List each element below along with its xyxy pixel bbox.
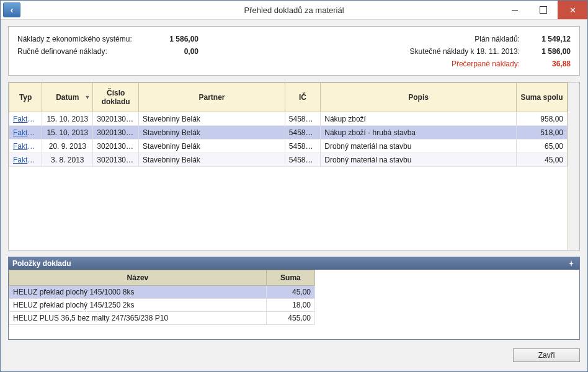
window-controls <box>501 1 587 19</box>
cell-popis: Nákup zboží - hrubá stavba <box>321 126 517 140</box>
column-header-partner[interactable]: Partner <box>139 83 285 112</box>
close-button[interactable] <box>558 1 587 19</box>
cell-typ[interactable]: Faktúra <box>9 140 42 153</box>
table-row[interactable]: Faktúra3. 8. 20133020130003Stavebniny Be… <box>9 153 568 167</box>
cell-typ[interactable]: Faktúra <box>9 153 42 167</box>
summary-left-label: Náklady z ekonomického systému: <box>17 33 141 45</box>
items-row[interactable]: HELUZ PLUS 36,5 bez malty 247/365/238 P1… <box>9 312 315 325</box>
sort-desc-icon: ▼ <box>84 94 90 100</box>
column-header-cislo[interactable]: Číslo dokladu <box>93 83 139 112</box>
summary-left-value: 0,00 <box>149 45 198 58</box>
column-header-ic[interactable]: IČ <box>285 83 320 112</box>
summary-panel: Náklady z ekonomického systému:1 586,00P… <box>8 26 580 76</box>
cell-datum: 3. 8. 2013 <box>42 153 93 167</box>
items-cell-nazev: HELUZ překlad plochý 145/1000 8ks <box>9 286 267 299</box>
summary-right-value: 1 586,00 <box>527 45 571 58</box>
cell-typ[interactable]: Faktúra <box>9 112 42 126</box>
cell-ic: 5458656 <box>285 153 320 167</box>
close-dialog-button[interactable]: Zavři <box>513 348 580 362</box>
window-title: Přehled dokladů za materiál <box>1 6 587 15</box>
summary-right-value: 1 549,12 <box>527 33 571 45</box>
items-cell-nazev: HELUZ překlad plochý 145/1250 2ks <box>9 299 267 312</box>
summary-left-value: 1 586,00 <box>149 33 198 45</box>
items-row[interactable]: HELUZ překlad plochý 145/1000 8ks45,00 <box>9 286 315 299</box>
cell-popis: Nákup zboží <box>321 112 517 126</box>
documents-grid: TypDatum▼Číslo dokladuPartnerIČPopisSuma… <box>8 82 580 250</box>
table-row[interactable]: Faktúra15. 10. 20133020130006Stavebniny … <box>9 112 568 126</box>
table-row[interactable]: Faktúra15. 10. 20133020130007Stavebniny … <box>9 126 568 140</box>
cell-ic: 5458656 <box>285 112 320 126</box>
column-header-suma[interactable]: Suma spolu <box>516 83 567 112</box>
cell-suma: 518,00 <box>516 126 567 140</box>
items-panel-header: Položky dokladu <box>9 257 579 270</box>
cell-datum: 15. 10. 2013 <box>42 112 93 126</box>
pin-icon[interactable] <box>567 259 576 268</box>
items-panel-title: Položky dokladu <box>12 259 71 268</box>
minimize-button[interactable] <box>501 1 529 19</box>
cell-cislo: 3020130003 <box>93 153 139 167</box>
summary-left-label: Ručně definované náklady: <box>17 45 141 58</box>
items-cell-suma: 18,00 <box>266 299 314 312</box>
cell-datum: 15. 10. 2013 <box>42 126 93 140</box>
grid-scroll-gutter <box>568 82 579 250</box>
table-row[interactable]: Faktúra20. 9. 20133020130004Stavebniny B… <box>9 140 568 153</box>
items-panel: Položky dokladu NázevSumaHELUZ překlad p… <box>8 257 580 340</box>
titlebar: ‹ Přehled dokladů za materiál <box>1 1 587 20</box>
items-cell-suma: 455,00 <box>266 312 314 325</box>
footer: Zavři <box>8 346 580 362</box>
cell-suma: 65,00 <box>516 140 567 153</box>
summary-right-label: Skutečné náklady k 18. 11. 2013: <box>383 45 520 58</box>
items-cell-suma: 45,00 <box>266 286 314 299</box>
items-column-header-nazev[interactable]: Název <box>9 270 267 286</box>
cell-suma: 958,00 <box>516 112 567 126</box>
cell-partner: Stavebniny Belák <box>139 126 285 140</box>
cell-suma: 45,00 <box>516 153 567 167</box>
cell-ic: 5458656 <box>285 140 320 153</box>
cell-partner: Stavebniny Belák <box>139 153 285 167</box>
items-table[interactable]: NázevSumaHELUZ překlad plochý 145/1000 8… <box>9 270 315 325</box>
maximize-button[interactable] <box>529 1 558 19</box>
content-area: Náklady z ekonomického systému:1 586,00P… <box>1 20 587 371</box>
cell-cislo: 3020130006 <box>93 112 139 126</box>
documents-table[interactable]: TypDatum▼Číslo dokladuPartnerIČPopisSuma… <box>9 82 568 167</box>
cell-cislo: 3020130004 <box>93 140 139 153</box>
cell-datum: 20. 9. 2013 <box>42 140 93 153</box>
cell-popis: Drobný materiál na stavbu <box>321 153 517 167</box>
app-icon: ‹ <box>3 2 20 17</box>
summary-right-label: Plán nákladů: <box>383 33 520 45</box>
summary-right-label: Přečerpané náklady: <box>383 58 520 70</box>
cell-typ[interactable]: Faktúra <box>9 126 42 140</box>
cell-cislo: 3020130007 <box>93 126 139 140</box>
items-column-header-suma[interactable]: Suma <box>266 270 314 286</box>
cell-partner: Stavebniny Belák <box>139 140 285 153</box>
items-row[interactable]: HELUZ překlad plochý 145/1250 2ks18,00 <box>9 299 315 312</box>
column-header-popis[interactable]: Popis <box>321 83 517 112</box>
cell-popis: Drobný materiál na stavbu <box>321 140 517 153</box>
cell-ic: 5458656 <box>285 126 320 140</box>
summary-right-value: 36,88 <box>527 58 571 70</box>
column-header-typ[interactable]: Typ <box>9 83 42 112</box>
items-cell-nazev: HELUZ PLUS 36,5 bez malty 247/365/238 P1… <box>9 312 267 325</box>
column-header-datum[interactable]: Datum▼ <box>42 83 93 112</box>
app-window: ‹ Přehled dokladů za materiál Náklady z … <box>0 0 588 372</box>
cell-partner: Stavebniny Belák <box>139 112 285 126</box>
